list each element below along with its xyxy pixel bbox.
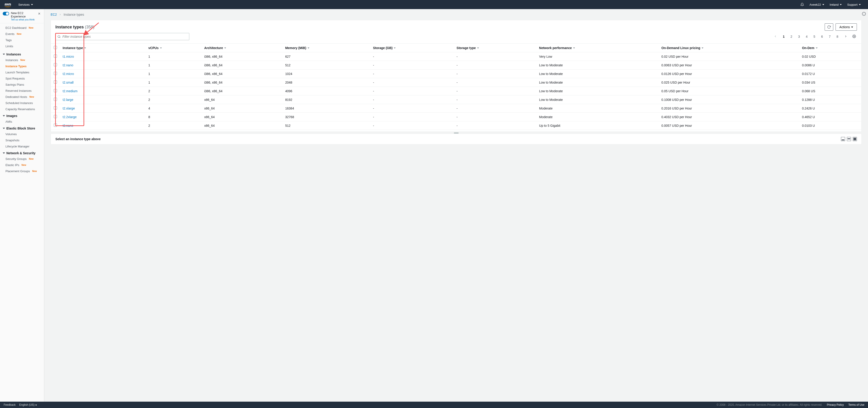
sidebar-item-launch-templates[interactable]: Launch Templates <box>0 69 44 76</box>
row-checkbox[interactable] <box>54 124 57 127</box>
column-header-storage-gb-[interactable]: Storage (GB) <box>370 43 454 52</box>
sidebar-item-spot-requests[interactable]: Spot Requests <box>0 76 44 82</box>
cell: 0.0063 USD per Hour <box>659 61 799 69</box>
row-checkbox[interactable] <box>54 98 57 101</box>
sidebar-item-tags[interactable]: Tags <box>0 37 44 43</box>
sidebar-item-instances[interactable]: InstancesNew <box>0 57 44 63</box>
region-menu[interactable]: Ireland <box>827 3 845 6</box>
instance-type-link[interactable]: t1.micro <box>60 52 146 61</box>
column-header-architecture[interactable]: Architecture <box>202 43 283 52</box>
breadcrumb-root[interactable]: EC2 <box>51 13 57 17</box>
page-number-3[interactable]: 3 <box>797 34 801 39</box>
help-panel-toggle[interactable] <box>860 9 868 17</box>
settings-icon[interactable] <box>851 34 857 39</box>
sidebar-item-elastic-ips[interactable]: Elastic IPsNew <box>0 162 44 168</box>
sidebar-item-snapshots[interactable]: Snapshots <box>0 137 44 143</box>
privacy-policy-link[interactable]: Privacy Policy <box>827 403 844 406</box>
notifications-icon[interactable] <box>798 3 807 6</box>
column-header-network-performance[interactable]: Network performance <box>536 43 659 52</box>
row-checkbox[interactable] <box>54 63 57 66</box>
instance-type-link[interactable]: t2.medium <box>60 87 146 95</box>
cell: 2 <box>146 121 202 130</box>
experience-feedback-link[interactable]: Tell us what you think <box>11 18 37 21</box>
column-header-memory-mib-[interactable]: Memory (MiB) <box>282 43 370 52</box>
user-menu[interactable]: Aveek22 <box>807 3 827 6</box>
sidebar-item-events[interactable]: EventsNew <box>0 31 44 37</box>
prev-page-button[interactable] <box>773 34 778 39</box>
sidebar-heading-instances[interactable]: Instances <box>0 51 44 57</box>
row-checkbox[interactable] <box>54 106 57 110</box>
view-full-icon[interactable] <box>853 137 857 141</box>
column-header-on-demand-linux-pricing[interactable]: On-Demand Linux pricing <box>659 43 799 52</box>
page-number-4[interactable]: 4 <box>805 34 809 39</box>
instance-type-link[interactable]: t3.micro <box>60 130 146 132</box>
sidebar-item-volumes[interactable]: Volumes <box>0 131 44 137</box>
aws-logo[interactable]: aws <box>4 2 11 7</box>
sidebar-item-lifecycle-manager[interactable]: Lifecycle Manager <box>0 143 44 149</box>
actions-button[interactable]: Actions <box>836 23 857 31</box>
sidebar-item-savings-plans[interactable]: Savings Plans <box>0 82 44 88</box>
page-number-8[interactable]: 8 <box>836 34 839 39</box>
language-menu[interactable]: English (US) <box>19 403 37 406</box>
cell: 2 <box>146 130 202 132</box>
sidebar-heading-network-security[interactable]: Network & Security <box>0 149 44 156</box>
instance-type-link[interactable]: t2.large <box>60 95 146 104</box>
row-checkbox[interactable] <box>54 115 57 118</box>
sidebar-item-instance-types[interactable]: Instance Types <box>0 63 44 69</box>
cell: 4 <box>146 104 202 113</box>
column-header-on-dem[interactable]: On-Dem <box>799 43 861 52</box>
sidebar-item-limits[interactable]: Limits <box>0 43 44 49</box>
instance-type-link[interactable]: t3.nano <box>60 121 146 130</box>
close-icon[interactable]: × <box>37 11 41 16</box>
sidebar-item-placement-groups[interactable]: Placement GroupsNew <box>0 168 44 174</box>
sidebar-heading-elastic-block-store[interactable]: Elastic Block Store <box>0 125 44 131</box>
column-header-instance-type[interactable]: Instance type <box>60 43 146 52</box>
sidebar-item-capacity-reservations[interactable]: Capacity Reservations <box>0 106 44 112</box>
terms-of-use-link[interactable]: Terms of Use <box>848 403 864 406</box>
page-number-7[interactable]: 7 <box>828 34 832 39</box>
page-number-5[interactable]: 5 <box>813 34 816 39</box>
sidebar-item-amis[interactable]: AMIs <box>0 119 44 125</box>
page-number-1[interactable]: 1 <box>782 34 785 39</box>
next-page-button[interactable] <box>843 34 848 39</box>
panel-splitter[interactable] <box>51 132 862 134</box>
feedback-link[interactable]: Feedback <box>4 403 16 406</box>
cell: i386, x86_64 <box>202 52 283 61</box>
support-menu[interactable]: Support <box>844 3 864 6</box>
breadcrumb-current: Instance types <box>64 13 84 17</box>
cell: - <box>454 95 536 104</box>
page-number-6[interactable]: 6 <box>820 34 824 39</box>
row-checkbox[interactable] <box>54 89 57 92</box>
page-number-2[interactable]: 2 <box>789 34 793 39</box>
breadcrumb: EC2 Instance types <box>44 9 868 18</box>
sidebar-item-security-groups[interactable]: Security GroupsNew <box>0 156 44 162</box>
row-checkbox[interactable] <box>54 72 57 75</box>
sidebar-item-reserved-instances[interactable]: Reserved Instances <box>0 88 44 94</box>
column-header-storage-type[interactable]: Storage type <box>454 43 536 52</box>
detail-view-toggles <box>841 137 857 141</box>
row-checkbox[interactable] <box>54 80 57 84</box>
main-content: EC2 Instance types Instance types (358) … <box>44 9 868 402</box>
cell: 0.02 USD <box>799 52 861 61</box>
experience-toggle[interactable] <box>3 12 9 16</box>
instance-type-link[interactable]: t2.xlarge <box>60 104 146 113</box>
sidebar-heading-images[interactable]: Images <box>0 112 44 119</box>
sidebar-item-dedicated-hosts[interactable]: Dedicated HostsNew <box>0 94 44 100</box>
view-bottom-icon[interactable] <box>841 137 845 141</box>
instance-type-link[interactable]: t2.2xlarge <box>60 113 146 121</box>
cell: - <box>454 87 536 95</box>
select-all-checkbox[interactable] <box>54 46 57 49</box>
view-split-icon[interactable] <box>847 137 851 141</box>
refresh-button[interactable] <box>825 23 833 31</box>
instance-type-link[interactable]: t2.nano <box>60 61 146 69</box>
sidebar-item-ec2-dashboard[interactable]: EC2 DashboardNew <box>0 25 44 31</box>
instance-types-table-scroll[interactable]: Instance typevCPUsArchitectureMemory (Mi… <box>51 43 861 132</box>
services-menu[interactable]: Services <box>16 3 36 6</box>
row-checkbox[interactable] <box>54 55 57 58</box>
column-header-vcpus[interactable]: vCPUs <box>146 43 202 52</box>
instance-type-link[interactable]: t2.small <box>60 78 146 87</box>
instance-type-link[interactable]: t2.micro <box>60 69 146 78</box>
sidebar-item-scheduled-instances[interactable]: Scheduled Instances <box>0 100 44 106</box>
filter-search-box[interactable] <box>55 33 189 40</box>
filter-input[interactable] <box>62 35 187 38</box>
